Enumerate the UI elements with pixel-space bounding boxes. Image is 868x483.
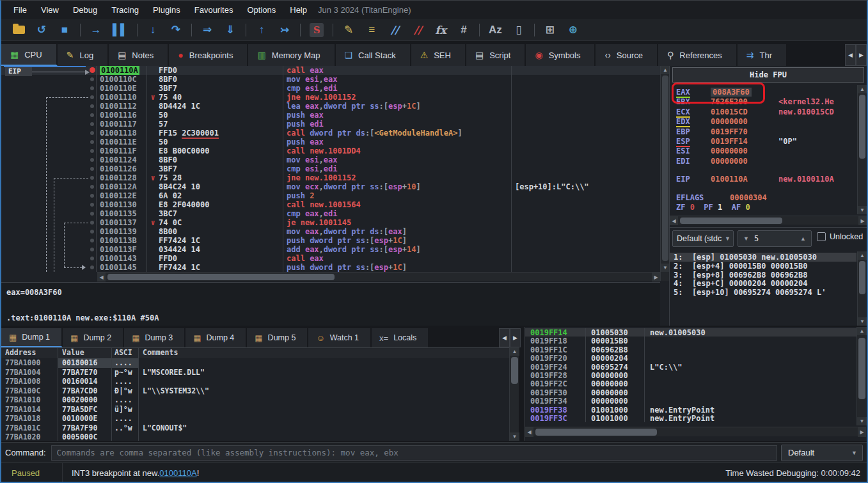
tab-seh[interactable]: ⚠SEH bbox=[411, 44, 466, 66]
stack-cell[interactable] bbox=[644, 379, 856, 388]
register-value[interactable]: 0100110A bbox=[711, 175, 748, 184]
stack-cell[interactable] bbox=[644, 371, 856, 379]
tab-notes[interactable]: ▤Notes bbox=[109, 44, 169, 66]
menu-tracing[interactable]: Tracing bbox=[104, 1, 146, 19]
dump-cell[interactable]: 00020000 bbox=[58, 395, 111, 405]
assemble-icon[interactable]: ✎ bbox=[342, 23, 355, 37]
stack-row[interactable]: 0019FF2C00000000 bbox=[525, 379, 856, 388]
address-cell[interactable]: 01001112 bbox=[96, 102, 146, 111]
instruction-cell[interactable]: call eax bbox=[283, 66, 511, 75]
disasm-row[interactable]: 0100111F E8 B00C0000call new.1001DD4 bbox=[1, 146, 660, 155]
breakpoint-gutter[interactable] bbox=[1, 164, 96, 173]
animate-into-icon[interactable]: S bbox=[310, 23, 324, 37]
execute-till-return-icon[interactable]: ⇒ bbox=[201, 23, 214, 37]
disasm-row[interactable]: 01001128∨75 28jne new.1001152 bbox=[1, 173, 660, 182]
register-row-ebp[interactable]: EBP0019FF70 bbox=[670, 127, 856, 137]
stack-cell[interactable]: 0019FF20 bbox=[525, 354, 585, 362]
dump-cell[interactable]: ü]°w bbox=[111, 405, 138, 415]
stack-cell[interactable]: 0019FF1C bbox=[525, 345, 585, 354]
register-row-eax[interactable]: EAX008A3F60 bbox=[670, 88, 856, 97]
menu-debug[interactable]: Debug bbox=[66, 1, 104, 19]
strings-icon[interactable]: Az bbox=[489, 23, 502, 37]
comment-cell[interactable] bbox=[511, 66, 660, 75]
disasm-row[interactable]: 01001139 8B00mov eax,dword ptr ds:[eax] bbox=[1, 227, 660, 236]
tab-symbols[interactable]: ◉Symbols bbox=[526, 44, 596, 66]
address-cell[interactable]: 0100110E bbox=[96, 84, 146, 93]
address-cell[interactable]: 01001126 bbox=[96, 164, 146, 173]
stack-row[interactable]: 0019FF2800000000 bbox=[525, 371, 856, 379]
disasm-row[interactable]: 0100112A 8B4C24 10mov ecx,dword ptr ss:[… bbox=[1, 182, 660, 191]
address-cell[interactable]: 01001137 bbox=[96, 218, 146, 227]
trace-into-icon[interactable]: ↣ bbox=[278, 23, 291, 37]
stack-cell[interactable]: new.EntryPoint bbox=[644, 414, 856, 422]
bytes-cell[interactable]: ∨75 40 bbox=[146, 93, 283, 102]
comment-cell[interactable] bbox=[511, 102, 660, 111]
dump-cell[interactable]: 77BA5DFC bbox=[58, 405, 111, 415]
pause-icon[interactable]: ▌▌ bbox=[113, 23, 128, 37]
breakpoint-gutter[interactable] bbox=[1, 254, 96, 263]
comment-icon[interactable]: ≡ bbox=[365, 23, 378, 37]
run-icon[interactable]: → bbox=[90, 23, 102, 37]
bytes-cell[interactable]: 8BF0 bbox=[146, 75, 283, 84]
stepper-up-icon[interactable]: ▲ bbox=[795, 235, 811, 242]
instruction-cell[interactable]: cmp esi,edi bbox=[283, 84, 511, 93]
stack-cell[interactable]: 0019FF3C bbox=[525, 414, 585, 422]
register-value[interactable]: 010015CD bbox=[711, 107, 748, 116]
bullet-dot-icon[interactable] bbox=[90, 257, 94, 260]
bullet-dot-icon[interactable] bbox=[90, 203, 94, 207]
bullet-dot-icon[interactable] bbox=[90, 230, 94, 234]
restart-icon[interactable]: ↺ bbox=[35, 23, 48, 37]
instruction-cell[interactable]: push dword ptr ss:[esp+1C] bbox=[283, 263, 511, 272]
bullet-dot-icon[interactable] bbox=[90, 122, 94, 126]
stack-cell[interactable]: 00000204 bbox=[585, 354, 644, 362]
scroll-thumb[interactable] bbox=[511, 357, 518, 384]
stack-cell[interactable]: 0019FF38 bbox=[525, 406, 585, 414]
dump-row[interactable]: 77BA101000020000.... bbox=[1, 395, 509, 405]
comment-cell[interactable] bbox=[511, 111, 660, 120]
bullet-dot-icon[interactable] bbox=[90, 221, 94, 225]
dump-cell[interactable]: 0005000C bbox=[58, 432, 111, 441]
bullet-dot-icon[interactable] bbox=[90, 248, 94, 251]
stack-cell[interactable]: 0019FF14 bbox=[525, 328, 585, 337]
disasm-row[interactable]: 01001130 E8 2F040000call new.1001564 bbox=[1, 200, 660, 209]
stack-cell[interactable]: 0019FF24 bbox=[525, 363, 585, 371]
breakpoint-gutter[interactable] bbox=[1, 191, 96, 200]
globe-icon[interactable]: ⊕ bbox=[567, 23, 580, 37]
stack-row[interactable]: 0019FF1C006962B8 bbox=[525, 345, 856, 354]
breakpoint-gutter[interactable] bbox=[1, 138, 96, 146]
tab-call-stack[interactable]: ❏Call Stack bbox=[336, 44, 411, 66]
tab-cpu[interactable]: ▦CPU bbox=[1, 44, 58, 66]
bullet-dot-icon[interactable] bbox=[90, 185, 94, 189]
scroll-thumb[interactable] bbox=[107, 274, 335, 280]
argument-row[interactable]: 3: [esp+8] 006962B8 006962B8 bbox=[670, 271, 856, 280]
address-cell[interactable]: 0100113F bbox=[96, 245, 146, 254]
dump-cell[interactable]: 00180016 bbox=[58, 358, 111, 368]
register-value[interactable]: 008A3F60 bbox=[711, 88, 752, 97]
comment-cell[interactable]: [esp+10]:L"C:\\" bbox=[511, 182, 660, 191]
dump-cell[interactable] bbox=[138, 414, 509, 424]
dump-cell[interactable] bbox=[138, 432, 509, 441]
scroll-up-icon[interactable]: ▲ bbox=[510, 347, 519, 356]
function-icon[interactable]: fx bbox=[434, 23, 447, 37]
comment-cell[interactable] bbox=[511, 227, 660, 236]
bytes-cell[interactable]: FFD0 bbox=[146, 254, 283, 263]
disasm-row[interactable]: 01001137∨74 0Cje new.1001145 bbox=[1, 218, 660, 227]
disasm-row[interactable]: 01001143 FFD0call eax bbox=[1, 254, 660, 263]
breakpoint-gutter[interactable] bbox=[1, 120, 96, 129]
bullet-dot-icon[interactable] bbox=[90, 86, 94, 90]
comment-cell[interactable] bbox=[511, 138, 660, 146]
command-input[interactable] bbox=[51, 445, 777, 461]
address-cell[interactable]: 0100110C bbox=[96, 75, 146, 84]
dump-vscrollbar[interactable]: ▲ ▼ bbox=[509, 347, 519, 441]
stack-cell[interactable] bbox=[644, 388, 856, 397]
instruction-cell[interactable]: call new.1001DD4 bbox=[283, 146, 511, 155]
instruction-cell[interactable]: jne new.1001152 bbox=[283, 93, 511, 102]
dump-cell[interactable]: 0010000E bbox=[58, 414, 111, 424]
address-cell[interactable]: 0100113B bbox=[96, 236, 146, 245]
bullet-dot-icon[interactable] bbox=[90, 104, 94, 108]
scroll-thumb[interactable] bbox=[535, 429, 657, 436]
address-cell[interactable]: 01001128 bbox=[96, 173, 146, 182]
disasm-vscrollbar[interactable]: ▲ ▼ bbox=[660, 66, 669, 281]
register-row-eflags[interactable]: EFLAGS00000304 bbox=[670, 193, 856, 203]
dump-row[interactable]: 77BA101C77BA7F90..°wL"CONOUT$" bbox=[1, 424, 509, 433]
